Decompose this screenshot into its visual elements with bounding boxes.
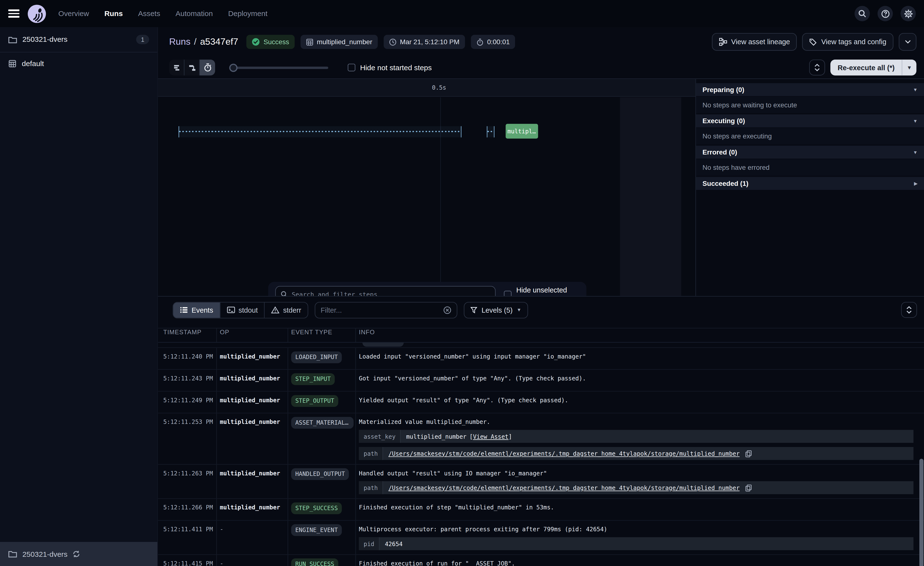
nav-tab-automation[interactable]: Automation [176,9,213,18]
event-type-cell: ENGINE_EVENT [288,521,356,554]
nav-tab-deployment[interactable]: Deployment [228,9,267,18]
nav-tab-overview[interactable]: Overview [58,9,89,18]
hamburger-menu-icon[interactable] [8,9,20,18]
gantt-search-overlay: Search and filter steps Hide unselected … [268,282,586,296]
event-row: 5:12:11.266 PMmultiplied_numberSTEP_SUCC… [158,499,924,521]
hide-not-started-checkbox[interactable] [348,64,356,71]
step-section-header[interactable]: Succeeded (1)▶ [696,177,924,190]
metadata-path-link[interactable]: /Users/smackesey/stm/code/elementl/exper… [388,450,740,457]
reload-icon[interactable] [73,550,81,558]
copy-icon[interactable] [745,450,752,458]
tab-events[interactable]: Events [173,302,220,318]
gantt-toolbar: Hide not started steps Re-execute all (*… [158,57,924,79]
step-section-header[interactable]: Preparing (0)▼ [696,83,924,96]
tab-stdout[interactable]: stdout [220,302,264,318]
step-section-body: No steps are executing [696,128,924,145]
event-type-badge: HANDLED_OUTPUT [291,468,349,480]
metadata-value: /Users/smackesey/stm/code/elementl/exper… [383,481,758,494]
slider-knob[interactable] [229,63,237,72]
clock-icon [388,38,396,46]
chevron-down-icon: ▼ [913,87,918,92]
waterfall-view-icon[interactable] [184,60,200,75]
expand-logs-button[interactable] [901,302,917,318]
metadata-asset-link-wrap: [View Asset] [470,433,512,440]
step-section-header[interactable]: Errored (0)▼ [696,146,924,159]
asset-tag[interactable]: multiplied_number [300,35,378,49]
event-info-cell: Yielded output "result" of type "Any". (… [356,391,924,413]
event-row: 5:12:11.243 PMmultiplied_numberSTEP_INPU… [158,370,924,391]
clear-filter-icon[interactable] [443,306,452,314]
step-section-title: Executing (0) [703,117,913,124]
event-timestamp: 5:12:11.263 PM [158,465,217,498]
chevron-down-icon [904,39,911,44]
metadata-key: pid [359,537,380,550]
event-type-badge: LOADED_INPUT [291,352,342,363]
gantt-axis-tick-label: 0.5s [432,84,446,91]
event-type-cell: HANDLED_OUTPUT [288,465,356,498]
breadcrumb-runs-link[interactable]: Runs [169,37,190,47]
event-metadata-entry: asset_keymultiplied_number[View Asset] [359,430,914,443]
view-asset-lineage-button[interactable]: View asset lineage [712,33,797,51]
hide-unselected-checkbox[interactable] [504,291,512,296]
event-timestamp: 5:12:11.253 PM [158,414,217,464]
nav-tabs: Overview Runs Assets Automation Deployme… [58,9,267,18]
event-info-text: Materialized value multiplied_number. [359,419,924,426]
help-icon[interactable] [878,6,893,21]
reexecute-all-button[interactable]: Re-execute all (*) [831,60,902,75]
gantt-zoom-slider[interactable] [229,63,328,72]
copy-icon[interactable] [745,484,752,492]
flat-view-icon[interactable] [169,60,184,75]
gantt-highlight-band [620,98,681,296]
event-info-text: Yielded output "result" of type "Any". (… [359,397,924,404]
settings-gear-icon[interactable] [900,6,916,21]
col-event-type[interactable]: EVENT TYPE [288,328,356,342]
chevron-down-icon: ▼ [913,149,918,155]
event-type-cell: STEP_SUCCESS [288,499,356,520]
expand-gantt-button[interactable] [809,60,825,75]
view-asset-link[interactable]: View Asset [473,433,508,440]
event-op: - [217,555,288,566]
dagster-logo-icon[interactable] [27,4,46,23]
timed-view-icon[interactable] [200,60,215,75]
event-type-badge: STEP_SUCCESS [291,502,342,514]
gantt-chart: 0.5s multiplied_number Search and filter… [158,79,696,296]
nav-tab-runs[interactable]: Runs [104,9,123,18]
sidebar-footer[interactable]: 250321-dvers [0,542,158,566]
sidebar-item-job-default[interactable]: default [0,53,158,75]
event-info-text: Multiprocess executor: parent process ex… [359,526,924,533]
col-timestamp[interactable]: TIMESTAMP [158,328,217,342]
metadata-path-link[interactable]: /Users/smackesey/stm/code/elementl/exper… [388,485,740,491]
event-timestamp: 5:12:11.243 PM [158,370,217,391]
col-op[interactable]: OP [217,328,288,342]
step-section-title: Succeeded (1) [703,180,914,187]
hide-not-started-checkbox-row: Hide not started steps [348,63,432,72]
run-more-actions-button[interactable] [899,33,916,51]
event-info-cell: Got input "versioned_number" of type "An… [356,370,924,391]
levels-dropdown[interactable]: Levels (5) ▼ [464,302,528,318]
event-row: 5:12:11.249 PMmultiplied_numberSTEP_OUTP… [158,391,924,414]
step-section-header[interactable]: Executing (0)▼ [696,114,924,127]
event-row: 5:12:11.253 PMmultiplied_numberASSET_MAT… [158,414,924,465]
expand-vertical-icon [906,306,912,314]
search-icon[interactable] [855,6,870,21]
chevron-down-icon: ▼ [517,307,521,313]
metadata-value-text: multiplied_number [406,433,466,440]
vertical-scrollbar[interactable] [920,459,924,566]
tab-stderr[interactable]: stderr [264,302,308,318]
main-content: Runs/a5347ef7 Success multiplied_number … [158,27,924,566]
gantt-step-bar[interactable]: multiplied_number [506,124,538,139]
chevron-right-icon: ▶ [914,181,918,186]
event-info-text: Got input "versioned_number" of type "An… [359,375,924,382]
view-tags-and-config-button[interactable]: View tags and config [802,33,893,51]
metadata-value: 42654 [380,537,408,550]
step-search-input[interactable]: Search and filter steps [275,286,496,296]
event-type-cell: ASSET_MATERIALIZATION [288,414,356,464]
repo-count-badge: 1 [136,35,149,44]
nav-tab-assets[interactable]: Assets [138,9,160,18]
reexecute-dropdown-button[interactable]: ▼ [902,60,916,75]
duration-tag: 0:00:01 [471,35,515,49]
success-check-icon [252,38,260,46]
log-filter-input[interactable]: Filter... [315,302,457,318]
sidebar-item-repo[interactable]: 250321-dvers 1 [0,27,158,53]
gantt-plot-area: multiplied_number Search and filter step… [158,98,696,296]
